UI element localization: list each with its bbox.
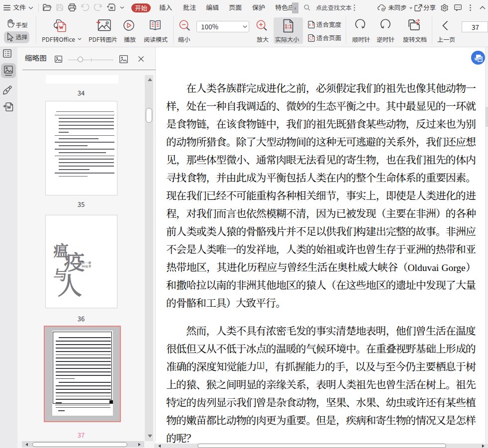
svg-text:1:1: 1:1 (285, 24, 292, 29)
